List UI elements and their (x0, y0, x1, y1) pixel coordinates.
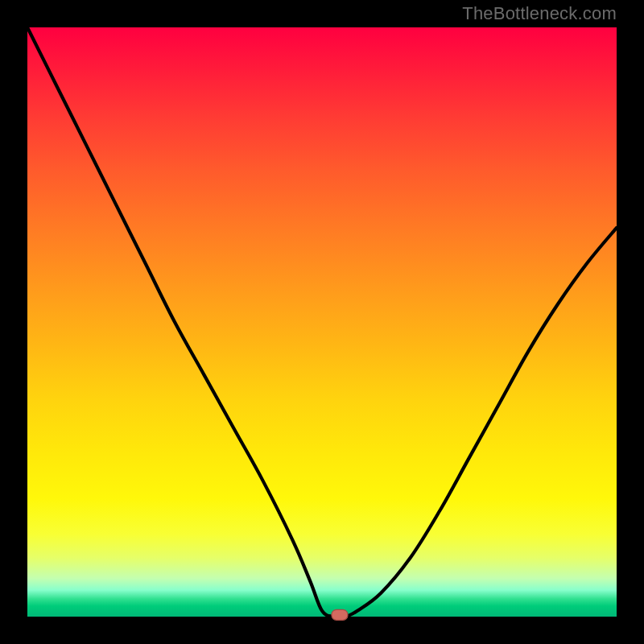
plot-area (27, 27, 617, 617)
bottleneck-curve (27, 27, 617, 617)
minimum-marker (332, 609, 348, 620)
curve-layer (27, 27, 617, 617)
chart-frame: TheBottleneck.com (0, 0, 644, 644)
watermark-text: TheBottleneck.com (462, 3, 617, 24)
